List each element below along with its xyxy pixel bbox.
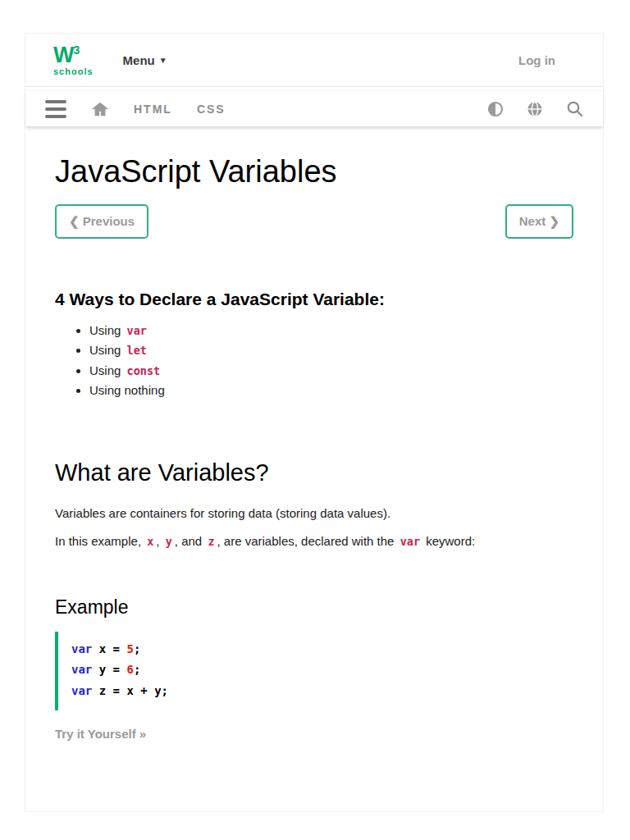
menu-label: Menu [123, 53, 155, 67]
secondary-nav-bar: HTML CSS [25, 90, 603, 126]
list-item: Using var [89, 321, 573, 340]
hamburger-menu-icon[interactable] [45, 100, 66, 118]
globe-translate-icon[interactable] [527, 101, 543, 117]
paragraph: In this example, x, y, and z, are variab… [55, 532, 573, 550]
try-it-yourself-link[interactable]: Try it Yourself » [55, 727, 146, 741]
nav-link-css[interactable]: CSS [197, 103, 226, 116]
menu-button[interactable]: Menu ▼ [123, 53, 167, 67]
logo-caption: schools [53, 67, 94, 76]
page-title: JavaScript Variables [55, 154, 573, 189]
next-button[interactable]: Next ❯ [505, 204, 573, 239]
login-button[interactable]: Log in [518, 53, 555, 67]
paragraph: Variables are containers for storing dat… [55, 504, 573, 523]
previous-button[interactable]: ❮ Previous [55, 204, 148, 239]
nav-left-group: HTML CSS [45, 100, 226, 118]
what-are-variables-heading: What are Variables? [55, 459, 573, 486]
list-item: Using const [89, 361, 573, 381]
top-bar: W3 schools Menu ▼ Log in [25, 34, 603, 87]
ways-list: Using var Using let Using const Using no… [55, 321, 573, 400]
pagination-row: ❮ Previous Next ❯ [55, 204, 573, 239]
chevron-down-icon: ▼ [159, 56, 167, 65]
w3schools-logo[interactable]: W3 schools [53, 44, 94, 76]
example-heading: Example [55, 596, 573, 619]
code-line: var z = x + y; [71, 681, 560, 701]
home-icon[interactable] [91, 101, 109, 117]
search-icon[interactable] [566, 100, 583, 117]
list-item: Using nothing [89, 381, 573, 400]
nav-right-group [487, 100, 583, 117]
code-line: var x = 5; [71, 639, 560, 660]
dark-mode-contrast-icon[interactable] [487, 101, 504, 117]
code-example-box: var x = 5; var y = 6; var z = x + y; [55, 632, 573, 710]
logo-mark: W3 [53, 44, 94, 66]
document-page: W3 schools Menu ▼ Log in HTML CSS [25, 33, 604, 812]
ways-heading: 4 Ways to Declare a JavaScript Variable: [55, 290, 573, 309]
main-content: JavaScript Variables ❮ Previous Next ❯ 4… [25, 154, 603, 742]
nav-link-html[interactable]: HTML [134, 103, 172, 116]
list-item: Using let [89, 340, 573, 360]
code-line: var y = 6; [71, 660, 560, 680]
